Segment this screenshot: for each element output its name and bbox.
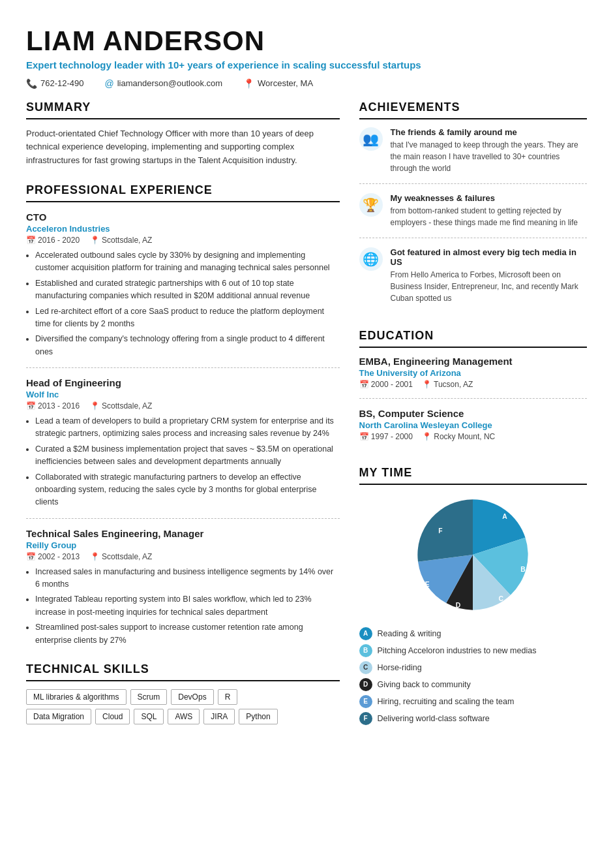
legend-dot-e: E [359,695,372,708]
candidate-tagline: Expert technology leader with 10+ years … [26,59,587,72]
contact-row: 📞 762-12-490 @ liamanderson@outlook.com … [26,78,587,89]
skill-scrum: Scrum [130,689,168,705]
legend-dot-c: C [359,661,372,674]
legend-dot-b: B [359,644,372,657]
bullets-hoe: Lead a team of developers to build a pro… [26,415,340,509]
edu-school-2: North Carolina Wesleyan College [359,420,587,430]
skills-title: TECHNICAL SKILLS [26,662,340,676]
loc-tse: 📍 Scottsdale, AZ [90,552,152,561]
mytime-title: MY TIME [359,466,587,480]
bullet-cto-3: Led re-architect effort of a core SaaS p… [35,305,340,331]
achievement-title-1: The friends & family around me [391,127,587,137]
achievement-1: 👥 The friends & family around me that I'… [359,127,587,184]
email-value: liamanderson@outlook.com [117,78,222,88]
edu-dates-1: 📅 2000 - 2001 [359,380,413,389]
education-divider [359,347,587,348]
edu-degree-2: BS, Computer Science [359,408,587,419]
legend-label-d: Giving back to community [378,680,471,689]
job-meta-tse: 📅 2002 - 2013 📍 Scottsdale, AZ [26,552,340,561]
edu-meta-2: 📅 1997 - 2000 📍 Rocky Mount, NC [359,432,587,441]
skill-cloud: Cloud [95,709,130,724]
location-value: Worcester, MA [258,78,313,88]
job-title-tse: Technical Sales Engineering, Manager [26,528,340,539]
experience-divider [26,201,340,202]
edu-dates-2: 📅 1997 - 2000 [359,432,413,441]
bullet-cto-2: Established and curated strategic partne… [35,277,340,303]
achievement-3: 🌐 Got featured in almost every big tech … [359,247,587,313]
cal-icon3: 📅 [26,552,36,561]
right-column: ACHIEVEMENTS 👥 The friends & family arou… [359,101,587,741]
skill-python: Python [239,709,277,724]
job-title-cto: CTO [26,211,340,223]
skill-devops: DevOps [171,689,213,705]
label-e: E [425,581,430,588]
legend-label-c: Horse-riding [378,663,422,672]
achievement-text-2: My weaknesses & failures from bottom-ran… [391,193,587,228]
legend-label-b: Pitching Acceloron industries to new med… [378,646,537,655]
job-tse: Technical Sales Engineering, Manager Rei… [26,528,340,647]
job-title-hoe: Head of Engineering [26,377,340,388]
email-contact: @ liamanderson@outlook.com [105,78,223,89]
education-section: EDUCATION EMBA, Engineering Management T… [359,329,587,450]
edu-2: BS, Computer Science North Carolina Wesl… [359,408,587,450]
mytime-divider [359,484,587,485]
label-d: D [456,602,461,609]
skill-r: R [218,689,238,705]
company-reilly: Reilly Group [26,540,340,550]
skills-row-1: ML libraries & algorithms Scrum DevOps R [26,689,340,705]
job-meta-hoe: 📅 2013 - 2016 📍 Scottsdale, AZ [26,401,340,411]
achievements-section: ACHIEVEMENTS 👥 The friends & family arou… [359,101,587,313]
skill-jira: JIRA [203,709,235,724]
phone-value: 762-12-490 [40,78,84,88]
mytime-section: MY TIME [359,466,587,725]
loc-hoe: 📍 Scottsdale, AZ [90,401,152,411]
sep-1 [26,367,340,368]
dates-hoe: 📅 2013 - 2016 [26,401,80,411]
label-f: F [439,527,443,535]
legend-item-f: F Delivering world-class software [359,712,587,725]
legend-item-a: A Reading & writing [359,627,587,640]
bullet-tse-1: Increased sales in manufacturing and bus… [35,566,340,591]
legend-item-e: E Hiring, recruiting and scaling the tea… [359,695,587,708]
achievements-title: ACHIEVEMENTS [359,101,587,114]
edu-school-1: The University of Arizona [359,368,587,378]
job-hoe: Head of Engineering Wolf Inc 📅 2013 - 20… [26,377,340,509]
label-a: A [502,513,507,520]
bullet-tse-3: Streamlined post-sales support to increa… [35,621,340,647]
legend-label-f: Delivering world-class software [378,714,490,723]
pie-chart-container: A B C D E F [359,493,587,617]
company-acceleron: Acceleron Industries [26,224,340,234]
dates-cto: 📅 2016 - 2020 [26,236,80,245]
email-icon: @ [105,78,114,89]
legend-label-e: Hiring, recruiting and scaling the team [378,697,515,706]
label-c: C [499,595,504,602]
skill-datamig: Data Migration [26,709,91,724]
skills-divider [26,680,340,681]
cal-icon2: 📅 [26,401,36,411]
skill-sql: SQL [134,709,164,724]
seg-f [418,499,473,561]
pie-chart-svg: A B C D E F [411,493,535,617]
bullet-tse-2: Integrated Tableau reporting system into… [35,593,340,619]
phone-icon: 📞 [26,78,37,89]
achievement-title-3: Got featured in almost every big tech me… [391,247,587,267]
achievement-icon-1: 👥 [359,127,383,151]
bullet-hoe-1: Lead a team of developers to build a pro… [35,415,340,441]
experience-title: PROFESSIONAL EXPERIENCE [26,183,340,197]
sep-2 [26,518,340,519]
achievement-desc-2: from bottom-ranked student to getting re… [391,205,587,228]
edu-1: EMBA, Engineering Management The Univers… [359,356,587,399]
dates-tse: 📅 2002 - 2013 [26,552,80,561]
legend-item-b: B Pitching Acceloron industries to new m… [359,644,587,657]
skill-ml: ML libraries & algorithms [26,689,127,705]
job-meta-cto: 📅 2016 - 2020 📍 Scottsdale, AZ [26,236,340,245]
edu-loc-1: 📍 Tucson, AZ [422,380,473,389]
education-title: EDUCATION [359,329,587,343]
legend-dot-a: A [359,627,372,640]
achievements-divider [359,118,587,119]
bullets-cto: Accelerated outbound sales cycle by 330%… [26,249,340,358]
loc-icon: 📍 [90,236,100,245]
location-contact: 📍 Worcester, MA [243,78,313,89]
loc-icon3: 📍 [90,552,100,561]
legend-item-c: C Horse-riding [359,661,587,674]
